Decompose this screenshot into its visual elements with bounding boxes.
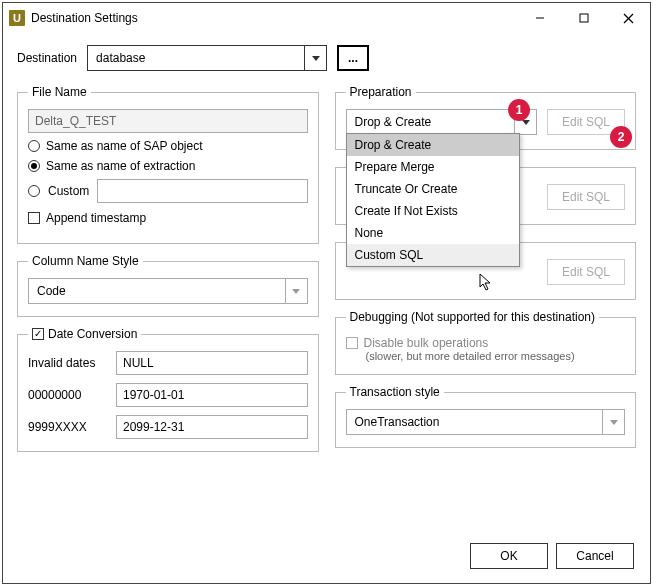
zero-date-label: 00000000 <box>28 388 108 402</box>
window-frame: U Destination Settings Destination datab… <box>2 2 651 584</box>
custom-name-input[interactable] <box>97 179 307 203</box>
radio-extraction[interactable]: Same as name of extraction <box>28 159 308 173</box>
filename-group: File Name Delta_Q_TEST Same as name of S… <box>17 85 319 244</box>
chevron-down-icon <box>602 410 624 434</box>
destination-label: Destination <box>17 51 77 65</box>
radio-icon <box>28 160 40 172</box>
transaction-group: Transaction style OneTransaction <box>335 385 637 448</box>
debugging-legend: Debugging (Not supported for this destin… <box>346 310 599 324</box>
dropdown-item[interactable]: Prepare Merge <box>347 156 519 178</box>
annotation-badge-1: 1 <box>508 99 530 121</box>
checkbox-icon <box>28 212 40 224</box>
invalid-dates-input[interactable] <box>116 351 308 375</box>
minimize-button[interactable] <box>518 3 562 33</box>
annotation-badge-2: 2 <box>610 126 632 148</box>
transaction-combo[interactable]: OneTransaction <box>346 409 626 435</box>
cursor-icon <box>479 273 495 293</box>
dropdown-item[interactable]: Truncate Or Create <box>347 178 519 200</box>
column-style-group: Column Name Style Code <box>17 254 319 317</box>
date-conversion-check[interactable] <box>32 328 44 340</box>
radio-sap-object[interactable]: Same as name of SAP object <box>28 139 308 153</box>
preparation-legend: Preparation <box>346 85 416 99</box>
column-style-legend: Column Name Style <box>28 254 143 268</box>
edit-sql-final-button[interactable]: Edit SQL <box>547 259 625 285</box>
debugging-hint: (slower, but more detailed error message… <box>366 350 626 362</box>
dropdown-item[interactable]: Drop & Create <box>347 134 519 156</box>
nines-date-input[interactable] <box>116 415 308 439</box>
edit-sql-row-button[interactable]: Edit SQL <box>547 184 625 210</box>
disable-bulk-check[interactable]: Disable bulk operations <box>346 336 626 350</box>
radio-icon <box>28 185 40 197</box>
invalid-dates-label: Invalid dates <box>28 356 108 370</box>
maximize-button[interactable] <box>562 3 606 33</box>
nines-date-label: 9999XXXX <box>28 420 108 434</box>
destination-value: database <box>96 51 145 65</box>
column-style-combo[interactable]: Code <box>28 278 308 304</box>
ok-button[interactable]: OK <box>470 543 548 569</box>
dropdown-item[interactable]: Create If Not Exists <box>347 200 519 222</box>
browse-button[interactable]: ... <box>337 45 369 71</box>
radio-icon <box>28 140 40 152</box>
radio-custom[interactable]: Custom <box>28 179 308 203</box>
filename-legend: File Name <box>28 85 91 99</box>
chevron-down-icon <box>285 279 307 303</box>
cancel-button[interactable]: Cancel <box>556 543 634 569</box>
window-title: Destination Settings <box>31 11 518 25</box>
preparation-dropdown[interactable]: Drop & Create Prepare Merge Truncate Or … <box>346 133 520 267</box>
debugging-group: Debugging (Not supported for this destin… <box>335 310 637 375</box>
title-bar: U Destination Settings <box>3 3 650 33</box>
dropdown-item[interactable]: Custom SQL <box>347 244 519 266</box>
chevron-down-icon <box>304 46 326 70</box>
checkbox-icon <box>346 337 358 349</box>
zero-date-input[interactable] <box>116 383 308 407</box>
destination-combo[interactable]: database <box>87 45 327 71</box>
date-conversion-legend: Date Conversion <box>48 327 137 341</box>
transaction-legend: Transaction style <box>346 385 444 399</box>
svg-rect-1 <box>580 14 588 22</box>
date-conversion-group: Date Conversion Invalid dates 00000000 9… <box>17 327 319 452</box>
append-timestamp-check[interactable]: Append timestamp <box>28 211 308 225</box>
app-icon: U <box>9 10 25 26</box>
filename-field: Delta_Q_TEST <box>28 109 308 133</box>
dropdown-item[interactable]: None <box>347 222 519 244</box>
close-button[interactable] <box>606 3 650 33</box>
